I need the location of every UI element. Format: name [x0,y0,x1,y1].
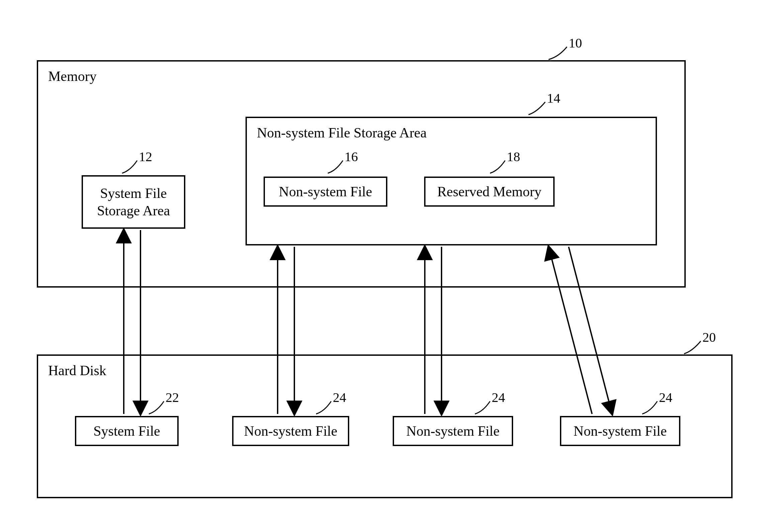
system-file-box: System File [75,416,179,446]
non-system-file-label-1: Non-system File [244,422,338,440]
non-system-file-box-2: Non-system File [393,416,513,446]
ref-18: 18 [507,149,520,165]
ref-16: 16 [345,149,358,165]
hard-disk-container: Hard Disk System File Non-system File No… [37,354,733,498]
ref-24-2: 24 [492,390,505,405]
non-system-file-box-inner: Non-system File [264,177,387,207]
ref-14: 14 [547,90,560,106]
memory-title: Memory [48,68,97,84]
system-file-label: System File [93,422,160,440]
non-system-file-storage-area-container: Non-system File Storage Area Non-system … [246,117,657,245]
ref-22: 22 [166,390,179,405]
ref-24-3: 24 [659,390,672,405]
reserved-memory-box: Reserved Memory [424,177,555,207]
system-file-storage-area-label: System File Storage Area [97,185,170,220]
memory-container: Memory System File Storage Area Non-syst… [37,60,686,288]
non-system-file-label-3: Non-system File [574,422,667,440]
non-system-file-box-1: Non-system File [232,416,349,446]
hard-disk-title: Hard Disk [48,362,106,379]
ref-10: 10 [569,35,582,51]
system-file-storage-area-box: System File Storage Area [82,175,185,229]
ref-24-1: 24 [333,390,346,405]
non-system-file-inner-label: Non-system File [279,183,372,201]
non-system-file-box-3: Non-system File [560,416,680,446]
ref-12: 12 [139,149,152,165]
reserved-memory-label: Reserved Memory [437,183,541,201]
non-system-area-title: Non-system File Storage Area [257,125,426,141]
non-system-file-label-2: Non-system File [406,422,500,440]
ref-20: 20 [702,329,716,345]
